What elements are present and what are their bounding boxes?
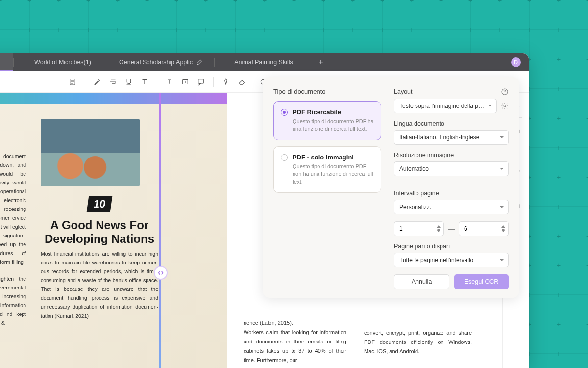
callout-icon[interactable] <box>194 75 208 89</box>
doc-type-label: Tipo di documento <box>273 88 381 95</box>
tab-4[interactable]: Animal Painting Skills <box>215 53 313 71</box>
page-range-label: Intervallo pagine <box>394 190 439 197</box>
page-from-input[interactable]: 1 <box>394 221 444 236</box>
article-image <box>41 119 140 186</box>
body-text: aperless financial data will lighten the… <box>0 274 26 327</box>
note-icon[interactable] <box>65 75 80 89</box>
option-searchable-pdf[interactable]: PDF Ricercabile Questo tipo di documento… <box>273 101 381 140</box>
text-icon[interactable] <box>137 75 152 89</box>
document-page-left: PDF 09 fficiency a result, the bank's co… <box>0 93 227 368</box>
tab-3[interactable]: General Scholarship Applic <box>112 53 214 71</box>
parity-select[interactable]: Tutte le pagine nell'intervallo <box>394 253 509 267</box>
option-image-only-pdf[interactable]: PDF - solo immagini Questo tipo di docum… <box>273 146 381 193</box>
page-range-select[interactable]: Personalizz. <box>394 200 509 214</box>
svg-rect-2 <box>198 79 204 83</box>
radio-icon <box>281 154 288 161</box>
svg-point-16 <box>504 105 506 107</box>
ocr-panel: Tipo di documento PDF Ricercabile Questo… <box>263 77 519 298</box>
section-badge-10: 10 <box>86 196 112 212</box>
layout-label: Layout <box>394 88 413 95</box>
page-to-input[interactable]: 6 <box>459 221 509 236</box>
language-select[interactable]: Italian-Italiano, English-Inglese <box>394 130 509 145</box>
tab-bar: inking whitepapar World of Microbes(1) G… <box>0 53 529 71</box>
pdf-banner: PDF <box>0 93 227 104</box>
body-text: rience (Lalon, 2015). Workers claim that… <box>244 318 346 365</box>
strikethrough-icon[interactable] <box>106 75 121 89</box>
parity-label: Pagine pari o dispari <box>394 243 450 250</box>
resolution-select[interactable]: Automatico <box>394 161 509 176</box>
resolution-label: Risoluzione immagine <box>394 152 454 158</box>
language-label: Lingua documento <box>394 120 444 127</box>
body-text: a result, the bank's conventional docume… <box>0 152 26 267</box>
pencil-icon <box>196 59 202 65</box>
eraser-icon[interactable] <box>234 75 249 89</box>
section-title-10: A Good News For Developing Nations <box>41 218 158 245</box>
tab-label: World of Microbes(1) <box>34 59 91 66</box>
tab-label: General Scholarship Applic <box>119 59 193 66</box>
cancel-button[interactable]: Annulla <box>394 274 449 289</box>
radio-icon <box>281 109 288 116</box>
body-text: convert, encrypt, print, organize and sh… <box>364 328 472 356</box>
app-window: inking whitepapar World of Microbes(1) G… <box>0 53 529 368</box>
page-nav-button[interactable] <box>154 266 168 280</box>
pen-icon[interactable] <box>219 75 233 89</box>
textbox-icon[interactable] <box>178 75 193 89</box>
layout-select[interactable]: Testo sopra l'immagine della p… <box>394 99 497 113</box>
body-text: Most financial institutions are willing … <box>41 249 158 320</box>
tab-1[interactable]: inking whitepapar <box>0 53 13 71</box>
run-ocr-button[interactable]: Esegui OCR <box>454 274 509 289</box>
add-tab-button[interactable]: + <box>313 53 329 71</box>
option-title: PDF - solo immagini <box>293 154 374 161</box>
text-tool-icon[interactable] <box>162 75 177 89</box>
underline-icon[interactable] <box>122 75 136 89</box>
tab-label: Animal Painting Skills <box>234 59 293 66</box>
highlighter-icon[interactable] <box>90 75 105 89</box>
option-title: PDF Ricercabile <box>293 108 374 116</box>
gear-icon[interactable] <box>501 102 509 110</box>
help-icon[interactable] <box>501 88 509 96</box>
tab-2[interactable]: World of Microbes(1) <box>14 53 112 71</box>
option-desc: Questo tipo di documento PDF non ha una … <box>293 163 374 185</box>
page-divider <box>159 93 161 368</box>
range-separator: — <box>448 225 455 233</box>
section-title-9: fficiency <box>0 133 26 147</box>
user-avatar[interactable]: D <box>511 57 521 67</box>
option-desc: Questo tipo di documento PDF ha una funz… <box>293 118 374 133</box>
